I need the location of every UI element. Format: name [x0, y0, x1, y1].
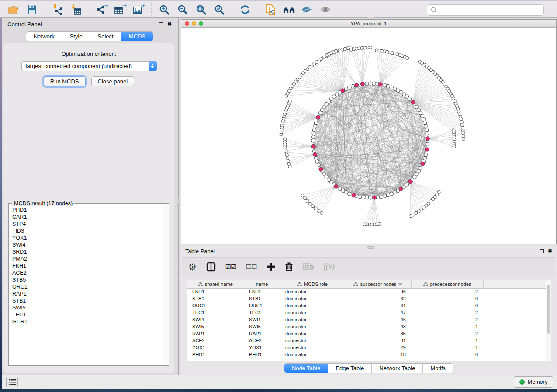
- mcds-result-item[interactable]: SRD1: [12, 248, 163, 255]
- mcds-result-item[interactable]: TEC1: [12, 311, 163, 318]
- table-row[interactable]: FKH1FKH1dominator962: [187, 288, 551, 295]
- vertical-splitter[interactable]: [177, 18, 180, 375]
- memory-button[interactable]: Memory: [514, 376, 553, 388]
- import-network-button[interactable]: [51, 3, 64, 16]
- mcds-result-item[interactable]: ACE2: [12, 269, 163, 276]
- deselect-all-icon[interactable]: ☐☐: [246, 263, 257, 271]
- cell-shared_name: ACE2: [187, 337, 244, 344]
- table-tabs: Node Table Edge Table Network Table Moti…: [181, 363, 557, 373]
- table-scrollbar[interactable]: [546, 280, 551, 361]
- mcds-result-item[interactable]: SWI4: [12, 241, 163, 248]
- show-all-button[interactable]: [319, 3, 332, 16]
- table-row[interactable]: TEC1TEC1connector472: [187, 309, 551, 316]
- mcds-result-list[interactable]: PHD1CAR1STP4TID3YOX1SWI4SRD1PMA2FKH1ACE2…: [10, 206, 163, 364]
- refresh-button[interactable]: [239, 3, 252, 16]
- mcds-result-item[interactable]: STB5: [12, 276, 163, 283]
- cell-mcds_role: dominator: [280, 302, 345, 309]
- task-history-button[interactable]: [6, 377, 18, 387]
- eye-icon: [319, 4, 332, 15]
- table-scrollbar-thumb[interactable]: [547, 285, 550, 334]
- delete-column-icon[interactable]: [285, 262, 293, 272]
- tab-style[interactable]: Style: [62, 32, 90, 41]
- table-row[interactable]: SWI4SWI4dominator462: [187, 316, 551, 323]
- zoom-fit-button[interactable]: [194, 3, 208, 16]
- zoom-fit-icon: [195, 4, 207, 15]
- tab-node-table[interactable]: Node Table: [284, 364, 328, 373]
- tab-network-table[interactable]: Network Table: [371, 364, 422, 373]
- tab-mcds[interactable]: MCDS: [121, 32, 153, 41]
- table-row[interactable]: STB1STB1dominator620: [187, 295, 551, 302]
- zoom-selected-button[interactable]: [213, 3, 226, 16]
- mcds-result-item[interactable]: ORC1: [12, 283, 163, 290]
- column-header-name[interactable]: name: [244, 280, 280, 288]
- show-columns-icon[interactable]: [206, 262, 216, 272]
- table-settings-icon[interactable]: ⚙: [188, 262, 197, 272]
- close-panel-icon[interactable]: ✖: [548, 248, 552, 254]
- add-column-icon[interactable]: [266, 262, 275, 271]
- mcds-result-item[interactable]: SWI5: [12, 304, 163, 311]
- column-header-predecessor_nodes[interactable]: predecessor nodes: [411, 280, 483, 288]
- clone-network-button[interactable]: [264, 3, 277, 16]
- mcds-result-item[interactable]: STP4: [12, 220, 163, 227]
- column-header-shared_name[interactable]: shared name: [187, 280, 244, 288]
- tab-edge-table[interactable]: Edge Table: [328, 364, 371, 373]
- cell-predecessor_nodes: 0: [411, 302, 483, 309]
- table-row[interactable]: RAP1RAP1dominator352: [187, 330, 551, 337]
- search-input[interactable]: [439, 7, 540, 13]
- mcds-result-item[interactable]: CAR1: [12, 213, 163, 220]
- export-image-button[interactable]: [132, 3, 145, 16]
- mcds-result-group: MCDS result (17 nodes) PHD1CAR1STP4TID3Y…: [8, 203, 169, 366]
- splitter-grip[interactable]: [177, 198, 180, 205]
- cell-predecessor_nodes: 2: [411, 288, 483, 295]
- table-row[interactable]: YOX1YOX1connector291: [187, 344, 551, 351]
- import-table-icon: [70, 3, 82, 16]
- node-table-body[interactable]: FKH1FKH1dominator962STB1STB1dominator620…: [187, 288, 551, 358]
- table-row[interactable]: SWI5SWI5connector431: [187, 323, 551, 330]
- mcds-result-item[interactable]: FKH1: [12, 262, 163, 269]
- close-panel-icon[interactable]: ✖: [167, 21, 172, 27]
- cell-shared_name: PHD1: [187, 351, 244, 358]
- float-panel-icon[interactable]: [159, 22, 163, 26]
- table-row[interactable]: PHD1PHD1dominator180: [187, 351, 551, 358]
- float-panel-icon[interactable]: [540, 249, 544, 253]
- mcds-result-item[interactable]: TID3: [12, 227, 163, 234]
- search-field[interactable]: [427, 4, 544, 16]
- mcds-list-scrollbar[interactable]: [163, 204, 168, 365]
- workspace: Control Panel ✖ Network Style Select MCD…: [2, 18, 557, 375]
- save-session-button[interactable]: [25, 3, 38, 16]
- column-header-mcds_role[interactable]: MCDS role: [280, 280, 345, 288]
- mcds-result-item[interactable]: STB1: [12, 297, 163, 304]
- cell-mcds_role: dominator: [280, 316, 345, 323]
- cell-successor_nodes: 18: [345, 351, 411, 358]
- cell-name: STB1: [244, 295, 280, 302]
- open-file-button[interactable]: [7, 3, 20, 16]
- zoom-in-button[interactable]: [158, 3, 171, 16]
- zoom-out-button[interactable]: [176, 3, 189, 16]
- criterion-dropdown[interactable]: largest connected component (undirected): [21, 61, 157, 71]
- network-window-titlebar[interactable]: YPA_prune.txt_1: [181, 20, 556, 28]
- toolbar-separator: [151, 3, 152, 16]
- mcds-result-item[interactable]: PHD1: [12, 206, 163, 213]
- mcds-result-item[interactable]: GCR1: [12, 318, 163, 325]
- hide-selected-button[interactable]: [301, 3, 314, 16]
- first-neighbors-button[interactable]: [283, 3, 296, 16]
- import-table-button[interactable]: [69, 3, 83, 16]
- cell-successor_nodes: 31: [345, 337, 411, 344]
- network-canvas[interactable]: [181, 28, 556, 244]
- tab-select[interactable]: Select: [90, 32, 121, 41]
- table-row[interactable]: ACE2ACE2connector311: [187, 337, 551, 344]
- table-row[interactable]: ORC1ORC1dominator610: [187, 302, 551, 309]
- mcds-result-item[interactable]: PMA2: [12, 255, 163, 262]
- cell-_filler: [483, 316, 551, 323]
- export-table-button[interactable]: [114, 3, 127, 16]
- run-mcds-button[interactable]: Run MCDS: [44, 76, 86, 86]
- select-all-icon[interactable]: ☑☑: [225, 263, 236, 271]
- mcds-result-item[interactable]: YOX1: [12, 234, 163, 241]
- tab-motifs[interactable]: Motifs: [422, 364, 453, 373]
- node-table-header[interactable]: shared namenameMCDS rolesuccessor nodesp…: [187, 280, 551, 288]
- mcds-result-item[interactable]: RAP1: [12, 290, 163, 297]
- close-panel-button[interactable]: Close panel: [91, 76, 135, 86]
- column-header-successor_nodes[interactable]: successor nodes: [345, 280, 411, 288]
- export-network-button[interactable]: [95, 3, 108, 16]
- tab-network[interactable]: Network: [26, 32, 62, 41]
